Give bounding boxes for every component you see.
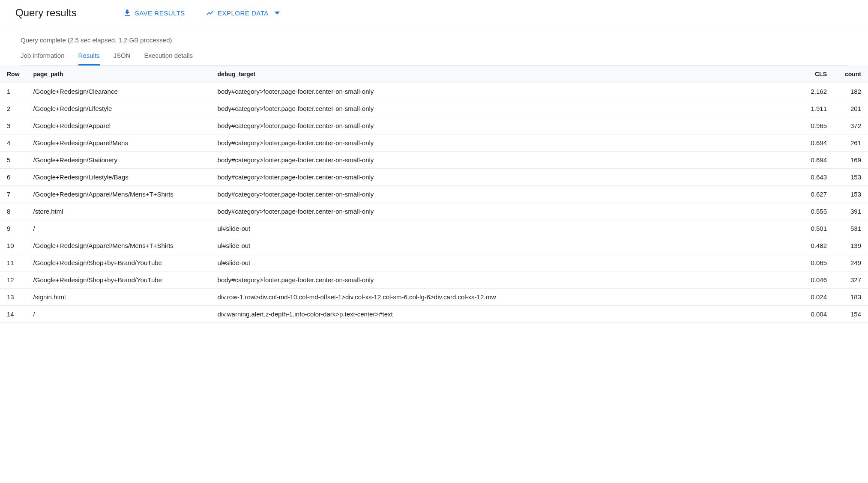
- chart-icon: [206, 9, 214, 17]
- explore-data-label: Explore Data: [218, 9, 269, 17]
- chevron-down-icon: [275, 12, 280, 15]
- cell-count: 531: [834, 220, 868, 237]
- cell-debug-target: div.row-1.row>div.col-md-10.col-md-offse…: [211, 289, 799, 306]
- cell-count: 261: [834, 134, 868, 152]
- cell-cls: 0.627: [799, 186, 834, 203]
- tab-results[interactable]: Results: [78, 52, 100, 66]
- cell-count: 153: [834, 169, 868, 186]
- cell-cls: 0.643: [799, 169, 834, 186]
- column-header-debug-target[interactable]: debug_target: [211, 66, 799, 83]
- cell-row: 9: [0, 220, 27, 237]
- tab-job-information[interactable]: Job information: [21, 52, 65, 66]
- table-header-row: Row page_path debug_target CLS count: [0, 66, 868, 83]
- column-header-cls[interactable]: CLS: [799, 66, 834, 83]
- table-row: 10/Google+Redesign/Apparel/Mens/Mens+T+S…: [0, 237, 868, 254]
- cell-cls: 0.046: [799, 271, 834, 289]
- cell-page-path: /Google+Redesign/Clearance: [27, 83, 211, 100]
- cell-row: 4: [0, 134, 27, 152]
- table-row: 6/Google+Redesign/Lifestyle/Bagsbody#cat…: [0, 169, 868, 186]
- cell-row: 7: [0, 186, 27, 203]
- cell-page-path: /signin.html: [27, 289, 211, 306]
- save-results-label: Save Results: [135, 9, 185, 17]
- cell-page-path: /Google+Redesign/Stationery: [27, 152, 211, 169]
- cell-page-path: /: [27, 220, 211, 237]
- cell-cls: 0.694: [799, 152, 834, 169]
- explore-data-button[interactable]: Explore Data: [206, 9, 280, 17]
- cell-debug-target: body#category>footer.page-footer.center-…: [211, 134, 799, 152]
- table-row: 5/Google+Redesign/Stationerybody#categor…: [0, 152, 868, 169]
- cell-count: 153: [834, 186, 868, 203]
- cell-page-path: /store.html: [27, 203, 211, 220]
- cell-count: 249: [834, 254, 868, 271]
- cell-row: 8: [0, 203, 27, 220]
- cell-row: 10: [0, 237, 27, 254]
- cell-debug-target: body#category>footer.page-footer.center-…: [211, 83, 799, 100]
- results-table: Row page_path debug_target CLS count 1/G…: [0, 66, 868, 323]
- cell-row: 1: [0, 83, 27, 100]
- result-tabs: Job informationResultsJSONExecution deta…: [21, 51, 847, 66]
- cell-cls: 0.501: [799, 220, 834, 237]
- cell-debug-target: div.warning.alert.z-depth-1.info-color-d…: [211, 306, 799, 323]
- cell-cls: 0.004: [799, 306, 834, 323]
- tab-execution-details[interactable]: Execution details: [144, 52, 193, 66]
- cell-row: 11: [0, 254, 27, 271]
- cell-row: 2: [0, 100, 27, 117]
- table-row: 4/Google+Redesign/Apparel/Mensbody#categ…: [0, 134, 868, 152]
- table-row: 7/Google+Redesign/Apparel/Mens/Mens+T+Sh…: [0, 186, 868, 203]
- cell-count: 169: [834, 152, 868, 169]
- cell-debug-target: body#category>footer.page-footer.center-…: [211, 169, 799, 186]
- table-row: 2/Google+Redesign/Lifestylebody#category…: [0, 100, 868, 117]
- cell-page-path: /: [27, 306, 211, 323]
- cell-page-path: /Google+Redesign/Apparel/Mens: [27, 134, 211, 152]
- cell-row: 14: [0, 306, 27, 323]
- query-status-text: Query complete (2.5 sec elapsed, 1.2 GB …: [21, 36, 847, 44]
- cell-page-path: /Google+Redesign/Lifestyle/Bags: [27, 169, 211, 186]
- cell-cls: 0.965: [799, 117, 834, 134]
- page-title: Query results: [15, 7, 77, 19]
- table-row: 1/Google+Redesign/Clearancebody#category…: [0, 83, 868, 100]
- cell-cls: 0.482: [799, 237, 834, 254]
- cell-page-path: /Google+Redesign/Apparel/Mens/Mens+T+Shi…: [27, 186, 211, 203]
- cell-debug-target: body#category>footer.page-footer.center-…: [211, 186, 799, 203]
- table-row: 8/store.htmlbody#category>footer.page-fo…: [0, 203, 868, 220]
- cell-debug-target: body#category>footer.page-footer.center-…: [211, 117, 799, 134]
- table-row: 3/Google+Redesign/Apparelbody#category>f…: [0, 117, 868, 134]
- table-row: 12/Google+Redesign/Shop+by+Brand/YouTube…: [0, 271, 868, 289]
- table-row: 11/Google+Redesign/Shop+by+Brand/YouTube…: [0, 254, 868, 271]
- cell-page-path: /Google+Redesign/Shop+by+Brand/YouTube: [27, 254, 211, 271]
- cell-count: 327: [834, 271, 868, 289]
- cell-row: 13: [0, 289, 27, 306]
- cell-page-path: /Google+Redesign/Apparel: [27, 117, 211, 134]
- cell-debug-target: body#category>footer.page-footer.center-…: [211, 203, 799, 220]
- cell-cls: 0.024: [799, 289, 834, 306]
- cell-cls: 0.065: [799, 254, 834, 271]
- cell-row: 3: [0, 117, 27, 134]
- cell-cls: 0.555: [799, 203, 834, 220]
- cell-debug-target: body#category>footer.page-footer.center-…: [211, 271, 799, 289]
- cell-page-path: /Google+Redesign/Lifestyle: [27, 100, 211, 117]
- cell-count: 372: [834, 117, 868, 134]
- table-row: 13/signin.htmldiv.row-1.row>div.col-md-1…: [0, 289, 868, 306]
- cell-count: 139: [834, 237, 868, 254]
- cell-row: 6: [0, 169, 27, 186]
- cell-cls: 0.694: [799, 134, 834, 152]
- cell-debug-target: ul#slide-out: [211, 220, 799, 237]
- cell-debug-target: ul#slide-out: [211, 254, 799, 271]
- save-results-button[interactable]: Save Results: [123, 9, 185, 17]
- cell-count: 201: [834, 100, 868, 117]
- cell-cls: 1.911: [799, 100, 834, 117]
- download-icon: [123, 9, 132, 17]
- table-row: 14/div.warning.alert.z-depth-1.info-colo…: [0, 306, 868, 323]
- cell-row: 5: [0, 152, 27, 169]
- cell-cls: 2.162: [799, 83, 834, 100]
- column-header-row[interactable]: Row: [0, 66, 27, 83]
- column-header-page-path[interactable]: page_path: [27, 66, 211, 83]
- column-header-count[interactable]: count: [834, 66, 868, 83]
- cell-row: 12: [0, 271, 27, 289]
- tab-json[interactable]: JSON: [114, 52, 131, 66]
- cell-page-path: /Google+Redesign/Shop+by+Brand/YouTube: [27, 271, 211, 289]
- table-row: 9/ul#slide-out0.501531: [0, 220, 868, 237]
- cell-count: 183: [834, 289, 868, 306]
- cell-debug-target: ul#slide-out: [211, 237, 799, 254]
- cell-count: 182: [834, 83, 868, 100]
